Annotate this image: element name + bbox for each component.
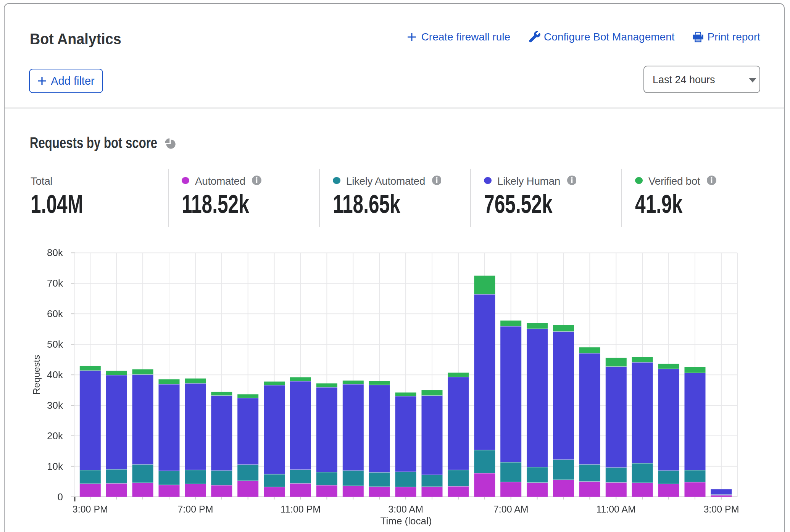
svg-text:Requests: Requests	[31, 355, 42, 395]
svg-text:3:00 PM: 3:00 PM	[73, 504, 108, 514]
svg-text:30k: 30k	[47, 400, 63, 411]
svg-text:10k: 10k	[47, 461, 63, 472]
svg-text:20k: 20k	[47, 430, 63, 442]
svg-text:7:00 PM: 7:00 PM	[177, 504, 213, 514]
svg-text:11:00 PM: 11:00 PM	[281, 504, 321, 514]
svg-text:7:00 AM: 7:00 AM	[493, 504, 529, 514]
svg-text:3:00 AM: 3:00 AM	[388, 504, 423, 514]
svg-text:3:00 PM: 3:00 PM	[703, 504, 739, 514]
svg-text:70k: 70k	[47, 277, 63, 289]
svg-text:0: 0	[58, 491, 63, 503]
svg-text:60k: 60k	[47, 308, 63, 319]
svg-text:80k: 80k	[47, 247, 63, 258]
svg-text:11:00 AM: 11:00 AM	[596, 504, 636, 514]
svg-text:Time (local): Time (local)	[380, 515, 432, 527]
svg-text:40k: 40k	[47, 369, 63, 380]
svg-text:50k: 50k	[47, 339, 63, 350]
